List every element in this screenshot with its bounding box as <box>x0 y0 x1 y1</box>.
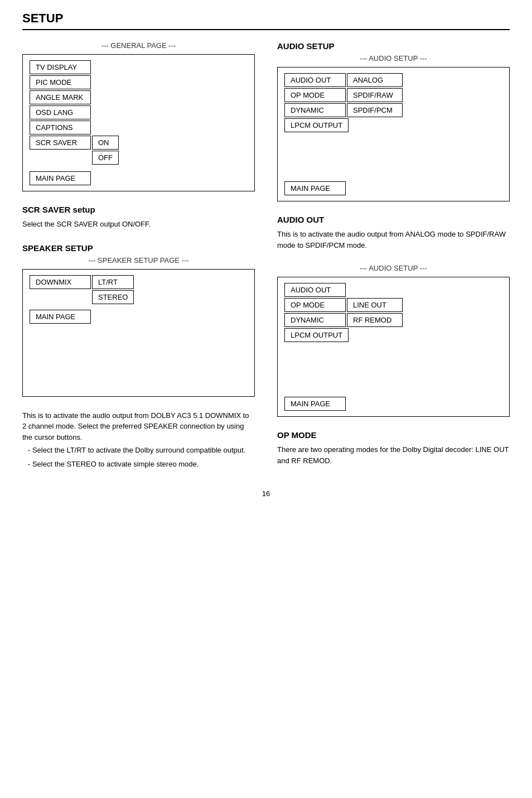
audio-out-text: This is to activate the audio output fro… <box>277 229 510 251</box>
gp-row-captions: CAPTIONS <box>30 121 248 134</box>
scr-saver-off[interactable]: OFF <box>92 151 119 165</box>
audio-row-3: LPCM OUTPUT <box>284 118 502 132</box>
op-mode-desc-block: OP MODE There are two operating modes fo… <box>277 430 510 466</box>
gp-row-scr-saver: SCR SAVER ON OFF <box>30 136 248 166</box>
gp-item-pic-mode[interactable]: PIC MODE <box>30 75 91 89</box>
audio-setup-top-box: AUDIO OUT ANALOG OP MODE SPDIF/RAW DYNAM… <box>277 67 510 201</box>
audio-cell-2-left[interactable]: DYNAMIC <box>284 103 346 117</box>
scr-saver-title: SCR SAVER setup <box>22 205 255 214</box>
gp-main-page[interactable]: MAIN PAGE <box>30 171 91 185</box>
audio-setup-top-label: --- AUDIO SETUP --- <box>277 54 510 63</box>
audio-row-1: OP MODE SPDIF/RAW <box>284 88 502 102</box>
audio-b-row-0: AUDIO OUT <box>284 283 502 297</box>
gp-item-osd-lang[interactable]: OSD LANG <box>30 105 91 119</box>
op-mode-text: There are two operating modes for the Do… <box>277 444 510 466</box>
audio-b-cell-3-left[interactable]: LPCM OUTPUT <box>284 328 349 342</box>
page-number: 16 <box>22 489 510 498</box>
audio-setup-bottom-box: AUDIO OUT OP MODE LINE OUT DYNAMIC RF RE… <box>277 277 510 417</box>
speaker-main-page[interactable]: MAIN PAGE <box>30 310 91 324</box>
audio-out-desc-block: AUDIO OUT This is to activate the audio … <box>277 215 510 251</box>
audio-row-2: DYNAMIC SPDIF/PCM <box>284 103 502 117</box>
gp-row-pic-mode: PIC MODE <box>30 75 248 89</box>
audio-b-cell-1-left[interactable]: OP MODE <box>284 298 346 312</box>
audio-b-cell-2-right[interactable]: RF REMOD <box>347 313 403 327</box>
audio-out-title: AUDIO OUT <box>277 215 510 224</box>
audio-row-0: AUDIO OUT ANALOG <box>284 73 502 87</box>
speaker-desc-block: This is to activate the audio output fro… <box>22 410 255 470</box>
speaker-setup-label: --- SPEAKER SETUP PAGE --- <box>22 256 255 265</box>
speaker-setup-block: SPEAKER SETUP --- SPEAKER SETUP PAGE ---… <box>22 243 255 397</box>
audio-b-row-2: DYNAMIC RF REMOD <box>284 313 502 327</box>
page-title: SETUP <box>22 11 510 30</box>
speaker-bullet-1: - Select the STEREO to activate simple s… <box>28 459 255 470</box>
speaker-setup-title: SPEAKER SETUP <box>22 243 255 253</box>
gp-item-tv-display[interactable]: TV DISPLAY <box>30 60 91 74</box>
gp-item-scr-saver[interactable]: SCR SAVER <box>30 136 91 150</box>
speaker-setup-box: DOWNMIX LT/RT STEREO MAIN PAGE <box>22 269 255 397</box>
audio-top-main-page[interactable]: MAIN PAGE <box>284 181 346 195</box>
audio-cell-3-left[interactable]: LPCM OUTPUT <box>284 118 349 132</box>
audio-cell-0-left[interactable]: AUDIO OUT <box>284 73 346 87</box>
audio-cell-2-right[interactable]: SPDIF/PCM <box>347 103 403 117</box>
audio-setup-bottom-block: --- AUDIO SETUP --- AUDIO OUT OP MODE LI… <box>277 264 510 417</box>
speaker-lt-rt[interactable]: LT/RT <box>92 275 134 289</box>
scr-saver-on[interactable]: ON <box>92 136 119 150</box>
op-mode-title: OP MODE <box>277 430 510 440</box>
audio-cell-1-left[interactable]: OP MODE <box>284 88 346 102</box>
audio-cell-1-right[interactable]: SPDIF/RAW <box>347 88 403 102</box>
gp-row-angle-mark: ANGLE MARK <box>30 90 248 104</box>
audio-setup-title: AUDIO SETUP <box>277 41 510 51</box>
general-page-box: TV DISPLAY PIC MODE ANGLE MARK OSD LANG … <box>22 54 255 191</box>
general-page-label: --- GENERAL PAGE --- <box>22 41 255 50</box>
audio-cell-0-right[interactable]: ANALOG <box>347 73 403 87</box>
audio-b-row-3: LPCM OUTPUT <box>284 328 502 342</box>
scr-saver-text: Select the SCR SAVER output ON/OFF. <box>22 219 255 230</box>
speaker-bullets: - Select the LT/RT to activate the Dolby… <box>28 445 255 470</box>
speaker-stereo[interactable]: STEREO <box>92 290 134 304</box>
audio-b-cell-2-left[interactable]: DYNAMIC <box>284 313 346 327</box>
gp-row-osd-lang: OSD LANG <box>30 105 248 119</box>
audio-bottom-main-page[interactable]: MAIN PAGE <box>284 397 346 411</box>
audio-b-cell-1-right[interactable]: LINE OUT <box>347 298 403 312</box>
audio-b-row-1: OP MODE LINE OUT <box>284 298 502 312</box>
speaker-desc-text: This is to activate the audio output fro… <box>22 410 255 443</box>
audio-setup-top-block: AUDIO SETUP --- AUDIO SETUP --- AUDIO OU… <box>277 41 510 201</box>
scr-saver-desc-block: SCR SAVER setup Select the SCR SAVER out… <box>22 205 255 230</box>
gp-row-tv-display: TV DISPLAY <box>30 60 248 74</box>
speaker-downmix[interactable]: DOWNMIX <box>30 275 91 289</box>
speaker-bullet-0: - Select the LT/RT to activate the Dolby… <box>28 445 255 456</box>
gp-item-captions[interactable]: CAPTIONS <box>30 121 91 134</box>
gp-item-angle-mark[interactable]: ANGLE MARK <box>30 90 91 104</box>
audio-b-cell-0-left[interactable]: AUDIO OUT <box>284 283 346 297</box>
audio-setup-bottom-label: --- AUDIO SETUP --- <box>277 264 510 272</box>
